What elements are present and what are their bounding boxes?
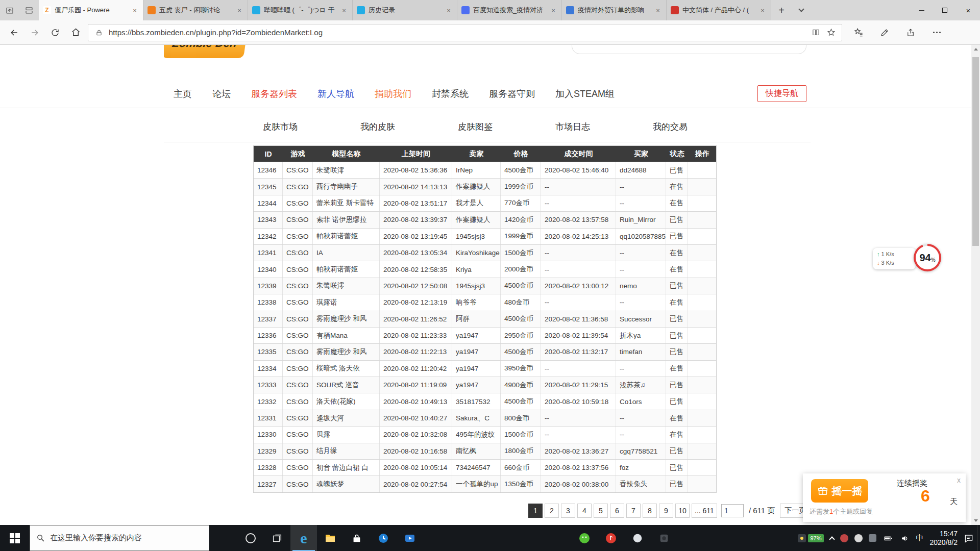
- scrollbar-thumb[interactable]: [972, 57, 979, 246]
- page-scrollbar[interactable]: [971, 45, 980, 525]
- table-row[interactable]: 12340CS:GO帕秋莉诺蕾姬2020-08-02 12:58:35Kriya…: [254, 261, 716, 277]
- tab-list-dropdown-button[interactable]: [792, 0, 811, 20]
- tab-close-button[interactable]: ×: [445, 7, 453, 14]
- web-note-button[interactable]: [874, 23, 895, 42]
- table-row[interactable]: 12344CS:GO蕾米莉亚 斯卡雷特2020-08-02 13:51:17我才…: [254, 195, 716, 211]
- site-search-box-partial[interactable]: [572, 45, 806, 54]
- subnav-item[interactable]: 皮肤图鉴: [458, 121, 493, 133]
- tab-close-button[interactable]: ×: [235, 7, 243, 14]
- taskbar-app-edge[interactable]: e: [290, 525, 317, 551]
- taskbar-app-store[interactable]: [344, 525, 370, 551]
- taskbar-app-video-player[interactable]: [397, 525, 423, 551]
- close-button[interactable]: ×: [957, 0, 980, 20]
- favorite-star-icon[interactable]: [825, 28, 837, 37]
- maximize-button[interactable]: [933, 0, 957, 20]
- page-button[interactable]: 1: [528, 504, 543, 518]
- more-options-button[interactable]: [926, 23, 947, 42]
- table-row[interactable]: 12343CS:GO索菲 诺伊恩缪拉2020-08-02 13:39:37作案嫌…: [254, 211, 716, 228]
- tray-app-icon-red[interactable]: [840, 534, 848, 542]
- site-logo[interactable]: Zombie Den: [164, 45, 251, 59]
- browser-tab[interactable]: 历史记录×: [353, 0, 457, 20]
- tab-close-button[interactable]: ×: [340, 7, 348, 14]
- hub-favorites-button[interactable]: [848, 23, 869, 42]
- taskbar-app-light[interactable]: [624, 525, 651, 551]
- nav-item[interactable]: 封禁系统: [432, 88, 469, 100]
- language-indicator[interactable]: 中: [916, 533, 924, 543]
- set-aside-tabs-button[interactable]: [0, 0, 19, 20]
- scroll-down-button[interactable]: [971, 516, 980, 525]
- table-row[interactable]: 12329CS:GO结月缘2020-08-02 10:16:58南忆枫1800金…: [254, 443, 716, 459]
- page-button[interactable]: 10: [675, 504, 690, 518]
- browser-tab[interactable]: 百度知道搜索_疫情对济×: [457, 0, 562, 20]
- action-center-icon[interactable]: [964, 533, 974, 543]
- table-row[interactable]: 12327CS:GO魂魄妖梦2020-08-02 00:27:54一个孤单的up…: [254, 475, 716, 492]
- browser-tab[interactable]: 中文简体 / 产品中心 / (×: [667, 0, 771, 20]
- tab-close-button[interactable]: ×: [131, 7, 139, 14]
- table-row[interactable]: 12331CS:GO逢坂大河2020-08-02 10:40:27Sakura、…: [254, 410, 716, 426]
- task-view-button[interactable]: [264, 525, 290, 551]
- table-row[interactable]: 12346CS:GO朱鹭咲澪2020-08-02 15:36:36IrNep45…: [254, 162, 716, 178]
- browser-tab[interactable]: 五虎 丧尸 - 闲聊讨论×: [143, 0, 248, 20]
- refresh-button[interactable]: [45, 23, 65, 42]
- tray-expand-icon[interactable]: [829, 536, 835, 542]
- memory-percent-badge[interactable]: 94 %: [914, 244, 941, 271]
- promo-close-button[interactable]: x: [957, 476, 961, 484]
- subnav-item[interactable]: 皮肤市场: [263, 121, 298, 133]
- taskbar-clock[interactable]: 15:47 2020/8/2: [930, 530, 958, 547]
- table-row[interactable]: 12341CS:GOIA2020-08-02 13:05:34KiraYoshi…: [254, 244, 716, 261]
- speaker-icon[interactable]: [900, 534, 910, 543]
- table-row[interactable]: 12345CS:GO西行寺幽幽子2020-08-02 14:13:13作案嫌疑人…: [254, 178, 716, 194]
- page-button[interactable]: 4: [577, 504, 592, 518]
- page-button[interactable]: 5: [594, 504, 608, 518]
- scroll-up-button[interactable]: [971, 45, 980, 54]
- reading-view-icon[interactable]: [810, 28, 821, 37]
- forward-button[interactable]: [24, 23, 45, 42]
- tab-close-button[interactable]: ×: [549, 7, 557, 14]
- taskbar-app-wechat[interactable]: [571, 525, 598, 551]
- subnav-item[interactable]: 市场日志: [555, 121, 590, 133]
- battery-icon[interactable]: [883, 534, 894, 543]
- home-button[interactable]: [65, 23, 86, 42]
- page-button[interactable]: 9: [659, 504, 673, 518]
- nav-item[interactable]: 主页: [174, 88, 192, 100]
- table-row[interactable]: 12342CS:GO帕秋莉诺蕾姬2020-08-02 13:19:451945s…: [254, 228, 716, 244]
- taskbar-app-game[interactable]: [651, 525, 677, 551]
- url-field[interactable]: https://bbs.zombieden.cn/plugin.php?id=Z…: [88, 24, 842, 41]
- taskbar-app-file-explorer[interactable]: [317, 525, 344, 551]
- quick-nav-button[interactable]: 快捷导航: [757, 85, 806, 102]
- tab-close-button[interactable]: ×: [654, 7, 662, 14]
- browser-tab[interactable]: 哔哩哔哩 (゜-゜)つロ 干×: [248, 0, 353, 20]
- tab-close-button[interactable]: ×: [758, 7, 767, 14]
- browser-tab[interactable]: Z僵尸乐园 - Powere×: [39, 0, 143, 20]
- page-button[interactable]: 3: [561, 504, 575, 518]
- battery-manager[interactable]: 97%: [798, 534, 823, 542]
- table-row[interactable]: 12330CS:GO贝露2020-08-02 10:32:08495年的波纹15…: [254, 426, 716, 442]
- table-row[interactable]: 12337CS:GO雾雨魔理沙 和风2020-08-02 11:26:52阿群4…: [254, 311, 716, 327]
- subnav-item[interactable]: 我的交易: [653, 121, 688, 133]
- nav-item[interactable]: 新人导航: [317, 88, 354, 100]
- show-desktop-button[interactable]: [977, 525, 980, 551]
- taskbar-search-box[interactable]: 在这里输入你要搜索的内容: [30, 525, 209, 551]
- table-row[interactable]: 12339CS:GO朱鹭咲澪2020-08-02 12:50:081945sjs…: [254, 278, 716, 294]
- back-button[interactable]: [4, 23, 24, 42]
- minimize-button[interactable]: [910, 0, 933, 20]
- shake-button[interactable]: 摇一摇: [811, 479, 868, 503]
- subnav-item[interactable]: 我的皮肤: [360, 121, 395, 133]
- share-button[interactable]: [900, 23, 921, 42]
- nav-item[interactable]: 服务器列表: [251, 88, 297, 100]
- nav-item[interactable]: 加入STEAM组: [555, 88, 615, 100]
- table-row[interactable]: 12334CS:GO桜暗式 洛天依2020-08-02 11:20:42ya19…: [254, 360, 716, 377]
- page-button[interactable]: ... 611: [692, 504, 717, 518]
- taskbar-app-clock[interactable]: [370, 525, 397, 551]
- table-row[interactable]: 12335CS:GO雾雨魔理沙 和风2020-08-02 11:22:13ya1…: [254, 343, 716, 360]
- page-button[interactable]: 8: [643, 504, 657, 518]
- page-number-input[interactable]: [721, 504, 744, 517]
- table-row[interactable]: 12338CS:GO琪露诺2020-08-02 12:13:19响爷爷480金币…: [254, 294, 716, 310]
- start-button[interactable]: [0, 525, 30, 551]
- table-row[interactable]: 12328CS:GO初音 蕾边白裙 白2020-08-02 10:05:1473…: [254, 459, 716, 475]
- tray-app-icon-dark[interactable]: [869, 534, 876, 542]
- page-button[interactable]: 7: [626, 504, 641, 518]
- nav-item[interactable]: 论坛: [212, 88, 231, 100]
- table-row[interactable]: 12336CS:GO有栖Mana2020-08-02 11:23:33ya194…: [254, 327, 716, 343]
- table-row[interactable]: 12332CS:GO洛天依(花嫁)2020-08-02 10:49:133518…: [254, 393, 716, 409]
